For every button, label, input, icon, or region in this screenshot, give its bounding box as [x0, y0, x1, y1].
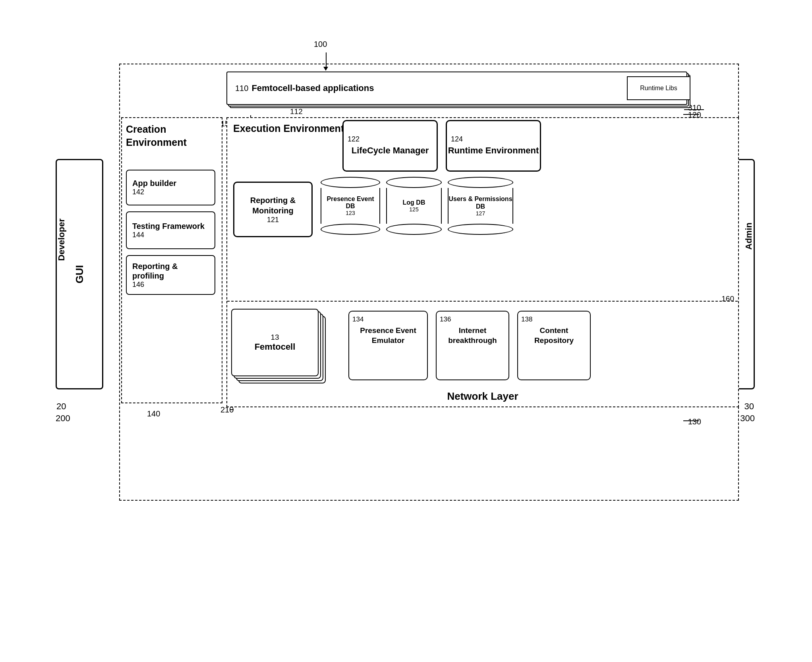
gui-left-box: GUI: [56, 159, 103, 389]
users-perm-db-body: Users & Permissions DB 127: [448, 188, 513, 224]
femtocell-app-area: 110 Femtocell-based applications Runtime…: [226, 72, 703, 111]
label-120: 120: [688, 110, 701, 120]
log-db-body: Log DB 125: [386, 188, 442, 224]
presence-db-bottom: [321, 224, 380, 235]
exec-env-box: Execution Environment 122 LifeCycle Mana…: [226, 117, 739, 407]
log-db-top: [386, 177, 442, 188]
lifecycle-label: LifeCycle Manager: [352, 145, 429, 157]
testing-fw-label: Testing Framework: [132, 221, 205, 231]
app-builder-number: 142: [132, 188, 144, 196]
users-perm-db-number: 127: [476, 210, 485, 217]
arrow-120: [683, 114, 699, 115]
label-300: 300: [740, 413, 755, 424]
internet-break-box: 136 Internet breakthrough: [436, 311, 509, 380]
label-140: 140: [147, 409, 160, 418]
presence-db-top: [321, 177, 380, 188]
presence-db-number: 123: [346, 210, 355, 216]
label-100: 100: [314, 40, 327, 49]
presence-db-container: Presence Event DB 123: [321, 177, 380, 235]
lifecycle-box: 122 LifeCycle Manager: [342, 120, 438, 172]
label-160: 160: [721, 294, 734, 303]
diagram-container: 100 GUI Developer 20 GUI Admin 30 200 30…: [48, 32, 763, 588]
presence-db-label: Presence Event DB: [321, 196, 379, 210]
runtime-libs-box: Runtime Libs: [627, 76, 690, 100]
femtocell-main-box: 110 Femtocell-based applications Runtime…: [226, 72, 687, 105]
lifecycle-number: 122: [344, 135, 360, 143]
rep-mon-label: Reporting & Monitoring: [234, 195, 311, 216]
app-builder-label: App builder: [132, 179, 176, 188]
femtocell-app-label: Femtocell-based applications: [251, 83, 374, 93]
runtime-env-number: 124: [447, 135, 463, 143]
internet-break-number: 136: [440, 316, 451, 323]
femtocell-stack: 13 Femtocell: [231, 309, 338, 396]
label-112: 112: [290, 107, 303, 116]
admin-label: Admin: [744, 223, 754, 250]
reporting-prof-number: 146: [132, 281, 144, 289]
users-perm-db-container: Users & Permissions DB 127: [448, 177, 513, 235]
gui-left-title: GUI: [73, 265, 86, 283]
label-130: 130: [688, 417, 701, 426]
users-perm-db-label: Users & Permissions DB: [449, 195, 512, 210]
runtime-env-box: 124 Runtime Environment: [446, 120, 541, 172]
runtime-env-label: Runtime Environment: [448, 145, 539, 157]
testing-fw-number: 144: [132, 231, 144, 239]
gui-left-number: 20: [56, 401, 66, 412]
femtocell-label: Femtocell: [255, 342, 296, 352]
developer-label: Developer: [56, 219, 67, 261]
users-perm-db-bottom: [448, 224, 513, 235]
reporting-prof-box: Reporting & profiling 146: [126, 255, 215, 295]
presence-emul-number: 134: [352, 316, 363, 323]
rep-mon-number: 121: [267, 216, 279, 224]
creation-env-box: Creation Environment App builder 142 Tes…: [121, 117, 222, 403]
femtocell-app-number: 110: [235, 84, 248, 93]
content-repo-label: Content Repository: [521, 326, 587, 345]
arrow-210: [230, 409, 234, 410]
gui-right-number: 30: [744, 401, 754, 412]
reporting-prof-label: Reporting & profiling: [132, 261, 209, 281]
exec-env-title: Execution Environment: [233, 123, 344, 134]
network-layer-title: Network Layer: [447, 390, 518, 403]
testing-fw-box: Testing Framework 144: [126, 211, 215, 249]
presence-db-body: Presence Event DB 123: [321, 188, 380, 224]
line-160: [227, 301, 738, 302]
content-repo-number: 138: [521, 316, 532, 323]
log-db-container: Log DB 125: [386, 177, 442, 235]
presence-emul-label: Presence Event Emulator: [352, 326, 424, 345]
femtocell-number: 13: [271, 333, 279, 342]
log-db-bottom: [386, 224, 442, 235]
femtocell-layer1: 13 Femtocell: [231, 309, 319, 376]
content-repo-box: 138 Content Repository: [517, 311, 591, 380]
presence-emul-box: 134 Presence Event Emulator: [348, 311, 428, 380]
users-perm-db-top: [448, 177, 513, 188]
creation-env-title: Creation Environment: [122, 118, 222, 149]
app-builder-box: App builder 142: [126, 170, 215, 205]
log-db-label: Log DB: [403, 199, 425, 206]
rep-mon-box: Reporting & Monitoring 121: [233, 182, 313, 237]
arrow-130: [683, 420, 699, 421]
internet-break-label: Internet breakthrough: [440, 326, 505, 345]
log-db-number: 125: [409, 206, 418, 213]
runtime-libs-label: Runtime Libs: [640, 85, 677, 92]
label-200: 200: [56, 413, 70, 424]
